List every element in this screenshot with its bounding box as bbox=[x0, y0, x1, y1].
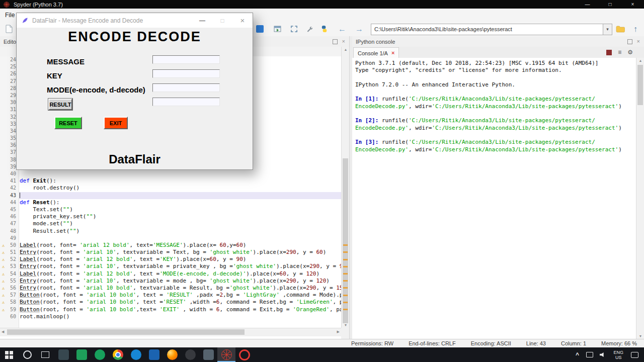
editor-undock-icon[interactable] bbox=[333, 39, 338, 44]
result-button[interactable]: RESULT bbox=[48, 99, 72, 110]
console-scroll-up-icon[interactable]: ▲ bbox=[636, 59, 644, 62]
editor-line[interactable]: ⚠59Button(root, font = 'arial 10 bold',t… bbox=[0, 306, 341, 313]
editor-line[interactable]: 42 root.destroy() bbox=[0, 185, 341, 192]
taskbar-app-chrome-icon[interactable] bbox=[109, 347, 127, 362]
desktop: Spyder (Python 3.7) — □ × File ← → C:\U bbox=[0, 0, 644, 362]
editor-close-icon[interactable]: × bbox=[342, 39, 345, 44]
line-number: 60 bbox=[7, 313, 19, 320]
taskbar-app-people-icon[interactable] bbox=[54, 347, 72, 362]
taskbar-app-blue-circle-icon[interactable] bbox=[127, 347, 145, 362]
result-entry[interactable] bbox=[152, 98, 220, 106]
gutter-cell bbox=[0, 206, 7, 213]
taskbar-task-view-button-icon[interactable] bbox=[36, 347, 54, 362]
console-undock-icon[interactable] bbox=[627, 39, 632, 44]
taskbar-app-red-ring-icon[interactable] bbox=[235, 347, 254, 362]
taskbar-start-button-icon[interactable] bbox=[0, 347, 18, 362]
taskbar-app-green-square-icon[interactable] bbox=[72, 347, 91, 362]
working-directory-combobox[interactable]: C:\Users\Ritik\Anaconda3\Lib\site-packag… bbox=[371, 24, 612, 35]
editor-line[interactable]: 60root.mainloop() bbox=[0, 313, 341, 320]
reset-button[interactable]: RESET bbox=[54, 117, 82, 129]
tk-close-button[interactable]: × bbox=[232, 13, 253, 28]
editor-line[interactable]: ⚠51Entry(root, font = 'arial 10', textva… bbox=[0, 249, 341, 256]
tk-titlebar[interactable]: DataFlair - Message Encode and Decode — … bbox=[17, 13, 253, 28]
console-tab[interactable]: Console 1/A × bbox=[353, 47, 399, 58]
scrollbar-warning-mark bbox=[343, 251, 348, 253]
mode-entry[interactable] bbox=[152, 83, 220, 92]
console-scroll-down-icon[interactable]: ▼ bbox=[636, 334, 644, 338]
exit-button[interactable]: EXIT bbox=[104, 117, 128, 129]
scroll-right-icon[interactable]: ▶ bbox=[337, 330, 340, 334]
window-close-button[interactable]: × bbox=[621, 0, 644, 9]
tray-display-icon[interactable] bbox=[584, 352, 595, 357]
taskbar-app-spyder-icon[interactable] bbox=[217, 347, 235, 362]
console-pane-header: IPython console × bbox=[352, 36, 644, 47]
editor-line[interactable]: ⚠55Entry(root, font = 'arial 10', textva… bbox=[0, 278, 341, 285]
taskbar-app-firefox-icon[interactable] bbox=[163, 347, 181, 362]
editor-line[interactable]: 44def Reset(): bbox=[0, 199, 341, 206]
console-close-icon[interactable]: × bbox=[637, 39, 640, 44]
editor-line[interactable]: 43 bbox=[0, 192, 341, 199]
working-directory-path: C:\Users\Ritik\Anaconda3\Lib\site-packag… bbox=[371, 24, 603, 35]
forward-arrow-icon[interactable]: → bbox=[353, 23, 365, 35]
warning-icon: ⚠ bbox=[0, 278, 7, 285]
console-options-gear-icon[interactable]: ⚙ bbox=[627, 49, 633, 55]
taskbar-app-blue-square-icon[interactable] bbox=[145, 347, 163, 362]
parent-directory-icon[interactable]: ↑ bbox=[629, 23, 641, 35]
tk-maximize-button[interactable]: □ bbox=[212, 13, 232, 28]
editor-line[interactable]: 49 bbox=[0, 235, 341, 242]
message-entry[interactable] bbox=[152, 55, 220, 64]
scroll-left-icon[interactable]: ◀ bbox=[2, 330, 4, 334]
run-cell-icon[interactable] bbox=[254, 23, 266, 35]
tray-notification-icon[interactable] bbox=[629, 352, 640, 358]
tray-language-indicator[interactable]: ENG US bbox=[609, 350, 627, 360]
key-entry[interactable] bbox=[152, 69, 220, 78]
browse-folder-icon[interactable] bbox=[614, 23, 626, 35]
taskbar-app-dark-circle-icon[interactable] bbox=[181, 347, 199, 362]
console-scroll-thumb[interactable] bbox=[637, 65, 643, 105]
python-icon[interactable] bbox=[318, 23, 330, 35]
line-number: 55 bbox=[7, 278, 19, 285]
console-pane-title: IPython console bbox=[352, 39, 395, 45]
editor-line[interactable]: ⚠56Entry(root, font = 'arial 10 bold', t… bbox=[0, 285, 341, 292]
editor-vertical-scrollbar[interactable]: ▲ ▼ bbox=[341, 47, 350, 328]
console-tab-close-icon[interactable]: × bbox=[391, 50, 394, 56]
tk-minimize-button[interactable]: — bbox=[192, 13, 212, 28]
window-minimize-button[interactable]: — bbox=[576, 0, 599, 9]
tray-hidden-icons-caret[interactable]: ^ bbox=[572, 351, 583, 358]
editor-line[interactable]: ⚠54Label(root, font = 'arial 12 bold', t… bbox=[0, 270, 341, 278]
editor-line[interactable]: ⚠50Label(root, font= 'arial 12 bold', te… bbox=[0, 242, 341, 249]
taskbar-search-button-icon[interactable] bbox=[18, 347, 36, 362]
scroll-up-icon[interactable]: ▲ bbox=[342, 48, 350, 51]
tray-volume-icon[interactable] bbox=[597, 352, 608, 357]
scroll-down-icon[interactable]: ▼ bbox=[342, 323, 350, 327]
path-dropdown-icon[interactable]: ▾ bbox=[603, 24, 612, 35]
editor-line[interactable]: 41def Exit(): bbox=[0, 177, 341, 185]
editor-line[interactable]: 45 Text.set("") bbox=[0, 206, 341, 213]
console-scrollbar[interactable]: ▲ ▼ bbox=[636, 58, 644, 339]
editor-line[interactable]: ⚠57Button(root, font = 'arial 10 bold', … bbox=[0, 292, 341, 299]
console-menu-icon[interactable]: ≡ bbox=[618, 49, 621, 55]
horizontal-scroll-thumb[interactable] bbox=[7, 329, 245, 335]
editor-line[interactable]: ⚠58Button(root, font = 'arial 10 bold', … bbox=[0, 299, 341, 306]
editor-line[interactable]: ⚠53Entry(root, font = 'arial 10', textva… bbox=[0, 263, 341, 270]
vertical-scroll-thumb[interactable] bbox=[343, 158, 348, 323]
tk-window-title: DataFlair - Message Encode and Decode bbox=[32, 17, 143, 24]
back-arrow-icon[interactable]: ← bbox=[336, 23, 348, 35]
editor-line[interactable]: 48 Result.set("") bbox=[0, 228, 341, 235]
editor-line[interactable]: 46 private_key.set("") bbox=[0, 213, 341, 220]
preferences-wrench-icon[interactable] bbox=[304, 23, 316, 35]
window-maximize-button[interactable]: □ bbox=[599, 0, 621, 9]
taskbar-app-gray-square-icon[interactable] bbox=[199, 347, 217, 362]
maximize-pane-icon[interactable] bbox=[288, 23, 300, 35]
editor-line[interactable]: ⚠52Label(root, font = 'arial 12 bold', t… bbox=[0, 256, 341, 263]
console-output[interactable]: Python 3.7.1 (default, Dec 10 2018, 22:5… bbox=[352, 58, 636, 339]
editor-horizontal-scrollbar[interactable]: ◀ ▶ bbox=[0, 328, 341, 336]
interrupt-kernel-icon[interactable] bbox=[606, 50, 612, 55]
new-file-icon[interactable] bbox=[3, 23, 15, 35]
status-item: Permissions: RW bbox=[351, 340, 393, 346]
system-tray: ^ ENG US bbox=[572, 347, 644, 362]
editor-line[interactable]: 40 bbox=[0, 170, 341, 177]
editor-line[interactable]: 47 mode.set("") bbox=[0, 220, 341, 227]
run-cell-advance-icon[interactable] bbox=[272, 23, 284, 35]
taskbar-app-green-circle-icon[interactable] bbox=[91, 347, 109, 362]
